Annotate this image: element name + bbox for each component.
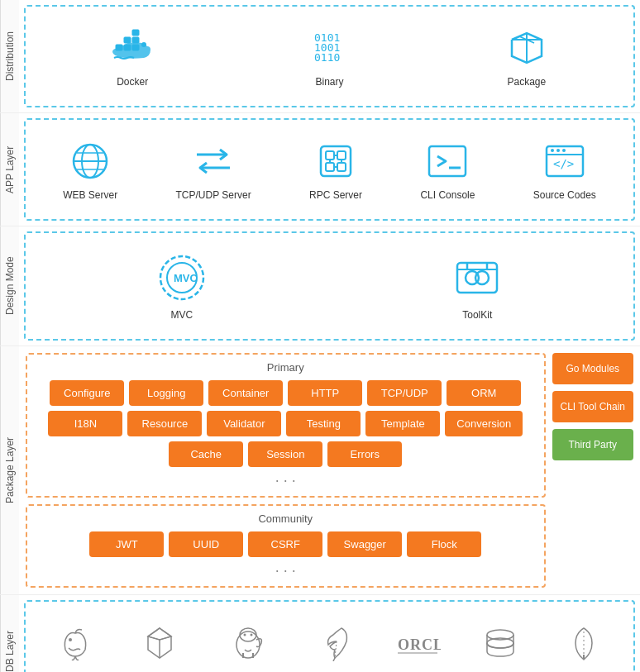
csrf-button[interactable]: CSRF [248, 531, 322, 557]
community-title: Community [34, 512, 537, 525]
errors-button[interactable]: Errors [327, 441, 402, 467]
postgresql-icon [225, 620, 271, 666]
package-label: Package Layer [0, 346, 19, 594]
globe-icon [67, 138, 113, 184]
command-icon [313, 138, 359, 184]
svg-line-58 [333, 658, 335, 661]
svg-line-51 [160, 636, 171, 640]
svg-marker-48 [148, 628, 171, 640]
primary-dots: · · · [34, 472, 537, 489]
svg-point-55 [250, 634, 252, 636]
cli-icon [424, 138, 470, 184]
svg-point-33 [551, 149, 554, 152]
container-button[interactable]: Container [208, 380, 283, 406]
svg-point-6 [141, 42, 146, 47]
svg-rect-20 [321, 146, 351, 176]
mongodb-icon [561, 620, 607, 666]
svg-text:MVC: MVC [174, 272, 198, 284]
svg-rect-3 [124, 37, 131, 43]
svg-rect-23 [326, 163, 334, 171]
svg-point-53 [240, 628, 256, 641]
dist-docker: Docker [109, 25, 155, 88]
jwt-button[interactable]: JWT [89, 531, 164, 557]
toolkit-icon [451, 251, 504, 304]
design-toolkit: ToolKit [451, 251, 504, 321]
resource-button[interactable]: Resource [127, 411, 202, 436]
web-server-label: WEB Server [63, 189, 117, 201]
orm-button[interactable]: ORM [447, 380, 521, 406]
tcpudp-button[interactable]: TCP/UDP [367, 380, 442, 406]
svg-point-34 [556, 149, 560, 152]
session-button[interactable]: Session [248, 441, 322, 467]
swagger-button[interactable]: Swagger [327, 531, 402, 557]
svg-point-54 [243, 634, 246, 636]
svg-rect-21 [326, 151, 334, 160]
distribution-items: Docker 0101 1001 0110 Binary [34, 17, 625, 96]
uuid-button[interactable]: UUID [169, 531, 243, 557]
binary-icon: 0101 1001 0110 [306, 25, 352, 71]
binary-label: Binary [315, 76, 343, 88]
design-label: Design Mode [0, 226, 19, 346]
svg-line-50 [148, 636, 160, 640]
svg-text:ORCL: ORCL [398, 636, 441, 653]
db-redis: Redis [477, 620, 523, 672]
db-oracle: ORCL Oracle [394, 620, 441, 672]
db-content: MySQL SQLServer [24, 600, 635, 672]
primary-title: Primary [34, 361, 537, 374]
mysql-icon [52, 620, 98, 666]
dist-binary: 0101 1001 0110 Binary [306, 25, 352, 88]
rpc-label: RPC Server [309, 189, 362, 201]
testing-button[interactable]: Testing [286, 411, 361, 436]
cli-tool-chain-button[interactable]: CLI Tool Chain [552, 391, 634, 422]
flock-button[interactable]: Flock [407, 531, 481, 557]
community-buttons: JWT UUID CSRF Swagger Flock [34, 531, 537, 557]
logging-button[interactable]: Logging [129, 380, 203, 406]
svg-rect-4 [132, 37, 139, 43]
design-content: MVC MVC [24, 231, 635, 341]
app-items: WEB Server TCP/UDP Server [34, 130, 625, 209]
app-source-codes: </> Source Codes [533, 138, 596, 201]
svg-point-46 [69, 638, 72, 641]
svg-rect-24 [337, 163, 346, 171]
source-codes-label: Source Codes [533, 189, 596, 201]
svg-rect-29 [429, 146, 466, 176]
db-layer: DB Layer MySQL [0, 595, 640, 672]
cli-label: CLI Console [420, 189, 475, 201]
svg-rect-5 [132, 30, 139, 36]
go-modules-button[interactable]: Go Modules [552, 353, 634, 384]
db-mongodb: MongoDB [561, 620, 607, 672]
db-postgresql: PostgreSQL [221, 620, 275, 672]
conversion-button[interactable]: Conversion [445, 411, 523, 436]
db-label: DB Layer [0, 595, 19, 672]
package-inner-col: Primary Configure Logging Container HTTP… [26, 353, 546, 588]
svg-rect-40 [457, 263, 497, 293]
sqlserver-icon [136, 620, 183, 666]
primary-buttons: Configure Logging Container HTTP TCP/UDP… [34, 380, 537, 467]
distribution-label: Distribution [0, 0, 19, 112]
db-sqlite: SQLite [312, 620, 358, 672]
i18n-button[interactable]: I18N [48, 411, 122, 436]
distribution-layer: Distribution [0, 0, 640, 113]
db-items: MySQL SQLServer [34, 612, 625, 672]
validator-button[interactable]: Validator [207, 411, 281, 436]
distribution-content: Docker 0101 1001 0110 Binary [24, 5, 635, 107]
primary-section: Primary Configure Logging Container HTTP… [26, 353, 546, 498]
docker-label: Docker [117, 76, 148, 88]
community-dots: · · · [34, 562, 537, 579]
package-icon [504, 25, 550, 71]
http-button[interactable]: HTTP [288, 380, 362, 406]
arrows-icon [190, 138, 236, 184]
app-label: APP Layer [0, 113, 19, 226]
svg-point-42 [475, 271, 489, 284]
main-container: Distribution [0, 0, 640, 672]
configure-button[interactable]: Configure [50, 380, 124, 406]
cache-button[interactable]: Cache [169, 441, 243, 467]
design-layer: Design Mode MVC MVC [0, 226, 640, 346]
toolkit-label: ToolKit [462, 309, 492, 321]
template-button[interactable]: Template [365, 411, 440, 436]
oracle-icon: ORCL [394, 620, 441, 666]
third-party-button[interactable]: Third Party [552, 429, 634, 460]
svg-text:0110: 0110 [314, 51, 340, 64]
app-tcp-udp: TCP/UDP Server [176, 138, 251, 201]
tcp-udp-label: TCP/UDP Server [176, 189, 251, 201]
